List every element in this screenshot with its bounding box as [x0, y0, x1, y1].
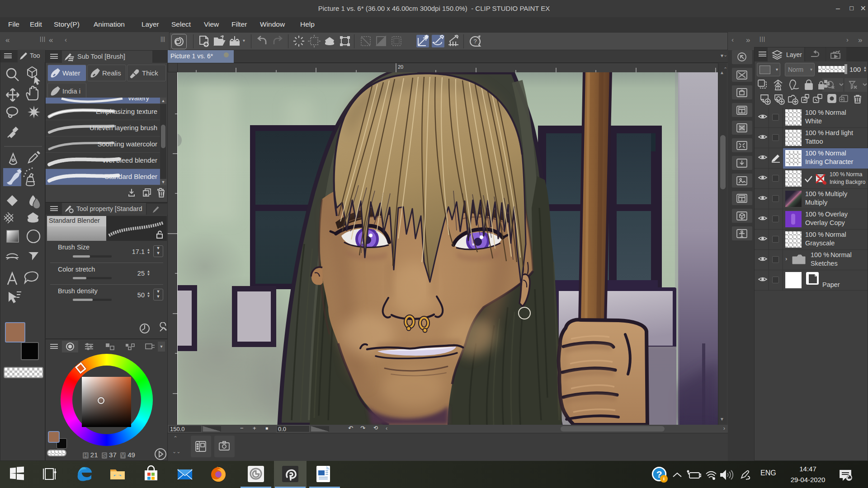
svg-text:?: ?	[473, 38, 476, 45]
svg-text:i: i	[663, 476, 665, 481]
svg-text:20: 20	[398, 64, 403, 70]
